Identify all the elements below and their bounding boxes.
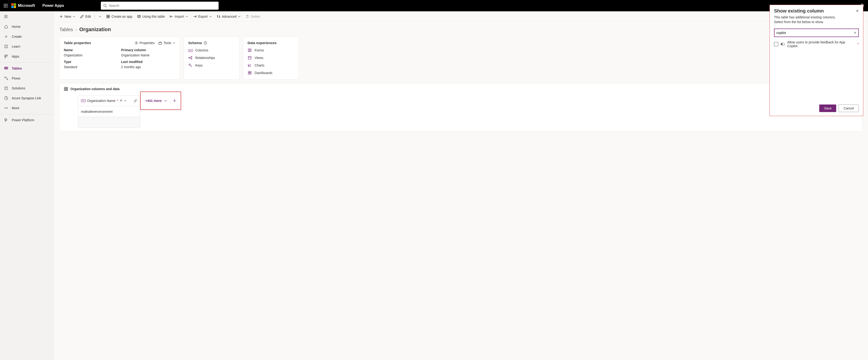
more-columns-block: +441 more [140,91,181,110]
svg-line-63 [190,58,191,59]
svg-rect-71 [248,72,249,73]
panel-footer: Save Cancel [774,105,859,112]
sidebar-label: Apps [12,55,19,58]
chevron-down-icon[interactable] [164,99,167,102]
sidebar-item-power-platform[interactable]: Power Platform [0,115,54,125]
chevron-down-icon [185,15,188,18]
schema-columns[interactable]: Abc Columns [188,48,235,52]
tools-action[interactable]: Tools [158,41,176,45]
sidebar-item-synapse[interactable]: Azure Synapse Link [0,93,54,103]
info-icon[interactable] [204,41,207,45]
clear-search-icon[interactable]: ✕ [854,31,857,35]
flow-icon [4,76,8,81]
schema-label: Keys [195,63,203,67]
svg-point-5 [7,5,7,6]
sidebar-toggle[interactable] [0,11,54,22]
save-button[interactable]: Save [819,105,836,112]
menu-icon [4,15,8,19]
show-existing-column-panel: Show existing column ✕ This table has ad… [770,5,863,116]
sidebar-item-more[interactable]: More [0,103,54,113]
cancel-button[interactable]: Cancel [839,105,859,112]
svg-rect-29 [7,68,8,69]
sidebar-item-apps[interactable]: Apps [0,51,54,61]
svg-rect-21 [5,55,6,56]
exp-label: Dashboards [255,71,273,75]
cmd-using-table[interactable]: Using this table [135,13,167,20]
svg-rect-39 [107,15,108,16]
sidebar-label: Azure Synapse Link [12,96,41,100]
cmd-edit-dropdown[interactable] [97,14,103,19]
add-column-button[interactable] [170,96,179,105]
cmd-export[interactable]: Export [191,13,214,20]
sidebar-item-solutions[interactable]: Solutions [0,83,54,93]
sidebar-item-home[interactable]: Home [0,22,54,32]
search-input[interactable] [109,4,216,7]
required-indicator: * [858,42,859,46]
svg-rect-25 [6,67,7,68]
cmd-import[interactable]: Import [168,13,190,20]
action-label: Properties [140,41,155,45]
edit-icon [80,15,84,19]
microsoft-logo-icon [11,3,16,8]
svg-rect-27 [4,68,5,69]
card-title: Data experiences [248,41,277,45]
cell-value: mattsdevenvironment [81,110,113,113]
prop-name-label: Name [64,48,118,52]
sidebar-item-learn[interactable]: Learn [0,41,54,51]
svg-point-6 [4,7,4,7]
svg-rect-74 [64,87,68,90]
sidebar-item-tables[interactable]: Tables [0,63,54,73]
svg-point-8 [7,7,7,7]
cmd-new[interactable]: New [58,13,77,20]
schema-relationships[interactable]: Relationships [188,56,235,60]
option-label: Allow users to provide feedback for App … [787,40,855,48]
cmd-create-app[interactable]: Create an app [104,13,134,20]
edit-pencil-icon[interactable] [134,99,137,102]
exp-charts[interactable]: Charts [248,63,294,67]
exp-label: Forms [255,48,264,52]
columns-icon: Abc [188,48,192,52]
breadcrumb: Tables › Organization [59,26,862,32]
chevron-down-icon[interactable] [124,99,127,102]
exp-forms[interactable]: Forms [248,48,294,52]
svg-point-36 [7,108,8,109]
panel-title: Show existing column [774,8,824,14]
sidebar-item-flows[interactable]: Flows [0,73,54,83]
properties-action[interactable]: Properties [134,41,155,45]
home-icon [4,24,8,29]
synapse-icon [4,96,8,101]
breadcrumb-root[interactable]: Tables [59,27,73,32]
svg-rect-73 [248,73,251,74]
data-experiences-card: Data experiences Forms Views [243,37,299,80]
app-launcher-icon[interactable] [2,2,9,9]
more-columns-link[interactable]: +441 more [145,99,162,103]
prop-type-label: Type [64,60,118,64]
exp-views[interactable]: Views [248,56,294,60]
sidebar-item-create[interactable]: Create [0,32,54,41]
column-header-orgname[interactable]: Abc Organization Name * [78,95,140,106]
panel-option-row[interactable]: Allow users to provide feedback for App … [774,40,859,48]
svg-point-34 [5,108,5,109]
data-row[interactable]: mattsdevenvironment [78,106,140,117]
panel-search-input[interactable] [776,31,854,35]
empty-row[interactable] [78,117,140,128]
schema-keys[interactable]: Keys [188,63,235,67]
panel-search[interactable]: ✕ [774,29,859,37]
cmd-edit[interactable]: Edit [78,13,93,20]
cmd-advanced[interactable]: Advanced [215,13,243,20]
option-checkbox[interactable] [774,42,778,46]
exp-dashboards[interactable]: Dashboards [248,71,294,75]
table-icon [137,15,141,19]
svg-rect-24 [4,67,5,68]
card-title: Table properties [64,41,91,45]
svg-point-31 [7,79,8,80]
close-icon[interactable]: ✕ [856,9,859,13]
cmd-delete[interactable]: Delete [244,13,262,20]
svg-point-3 [4,5,4,6]
app-name: Power Apps [42,3,64,8]
prop-name-value: Organization [64,53,118,58]
toolbox-icon [158,41,162,45]
svg-point-7 [5,7,6,7]
svg-line-10 [106,6,107,7]
global-search[interactable] [101,2,219,10]
